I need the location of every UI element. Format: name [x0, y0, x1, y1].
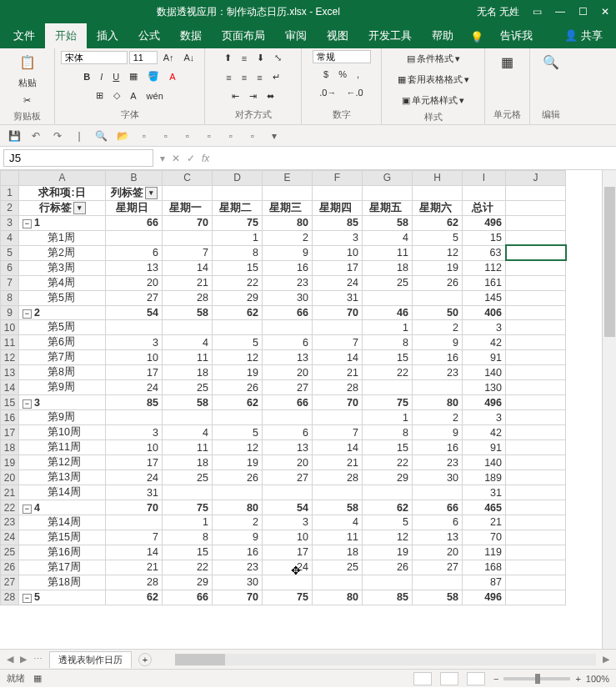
cell[interactable]: 28: [313, 380, 363, 395]
col-header-H[interactable]: H: [413, 171, 463, 186]
cell[interactable]: 496: [463, 395, 506, 410]
borders-icon[interactable]: ⊞: [92, 88, 108, 103]
cell[interactable]: 2: [413, 320, 463, 335]
cell[interactable]: 7: [313, 335, 363, 350]
cell[interactable]: 24: [106, 380, 163, 395]
cell[interactable]: [506, 215, 566, 230]
cell[interactable]: 66: [106, 215, 163, 230]
cell[interactable]: [413, 290, 463, 305]
cell[interactable]: 5: [213, 425, 263, 440]
cell[interactable]: 75: [263, 590, 313, 605]
cell[interactable]: 2: [213, 515, 263, 530]
detail-row[interactable]: 第11周: [19, 440, 106, 455]
cell[interactable]: 58: [313, 500, 363, 515]
cell[interactable]: 17: [313, 260, 363, 275]
cell-style-button[interactable]: ▣ 单元格样式 ▾: [398, 92, 468, 109]
cell[interactable]: 4: [163, 425, 213, 440]
cell[interactable]: [413, 575, 463, 590]
tab-file[interactable]: 文件: [3, 23, 45, 48]
cell[interactable]: 75: [213, 215, 263, 230]
cell[interactable]: 3: [313, 230, 363, 245]
qat-more-icon[interactable]: ▾: [267, 128, 282, 143]
col-header-D[interactable]: D: [213, 171, 263, 186]
cell[interactable]: 16: [413, 440, 463, 455]
cell[interactable]: 168: [463, 560, 506, 575]
cell[interactable]: 20: [413, 545, 463, 560]
cell[interactable]: 15: [363, 440, 413, 455]
cell[interactable]: 66: [413, 500, 463, 515]
cell[interactable]: 85: [106, 395, 163, 410]
indent-dec-icon[interactable]: ⇤: [228, 88, 243, 104]
scroll-right-icon[interactable]: ▶: [603, 654, 609, 665]
detail-row[interactable]: 第14周: [19, 485, 106, 500]
cell[interactable]: 18: [313, 545, 363, 560]
font-color-button[interactable]: A: [165, 69, 179, 84]
cell[interactable]: 58: [163, 305, 213, 320]
cell[interactable]: [363, 485, 413, 500]
cell[interactable]: 16: [263, 260, 313, 275]
cell[interactable]: [506, 320, 566, 335]
cell[interactable]: 15: [463, 230, 506, 245]
cell[interactable]: 62: [106, 590, 163, 605]
cell[interactable]: 12: [413, 245, 463, 260]
cell[interactable]: 22: [163, 560, 213, 575]
cell[interactable]: 31: [313, 290, 363, 305]
lightbulb-icon[interactable]: 💡: [463, 26, 490, 48]
cell[interactable]: [313, 485, 363, 500]
cell[interactable]: 4: [163, 335, 213, 350]
cell[interactable]: 406: [463, 305, 506, 320]
fx-icon[interactable]: fx: [202, 153, 209, 164]
group-row[interactable]: −2: [19, 305, 106, 320]
cell[interactable]: 2: [263, 230, 313, 245]
detail-row[interactable]: 第8周: [19, 365, 106, 380]
cell[interactable]: 70: [313, 395, 363, 410]
cell[interactable]: [363, 575, 413, 590]
row-header[interactable]: 13: [1, 365, 19, 380]
detail-row[interactable]: 第9周: [19, 410, 106, 425]
cell[interactable]: 9: [213, 530, 263, 545]
status-record-icon[interactable]: ▦: [33, 673, 42, 684]
pivot-col-label[interactable]: 列标签▾: [106, 185, 163, 200]
cell[interactable]: 1: [163, 515, 213, 530]
tab-nav-next[interactable]: ▶: [20, 654, 27, 665]
cell[interactable]: 80: [213, 500, 263, 515]
shrink-font-icon[interactable]: A↓: [180, 50, 199, 65]
cell[interactable]: 16: [213, 545, 263, 560]
detail-row[interactable]: 第14周: [19, 515, 106, 530]
align-middle-icon[interactable]: ≡: [238, 51, 251, 66]
cell[interactable]: 161: [463, 275, 506, 290]
cell[interactable]: 70: [463, 530, 506, 545]
row-header[interactable]: 1: [1, 185, 19, 200]
col-header-G[interactable]: G: [363, 171, 413, 186]
tab-formulas[interactable]: 公式: [128, 23, 170, 48]
cell[interactable]: 31: [463, 485, 506, 500]
cancel-formula-icon[interactable]: ✕: [172, 153, 180, 164]
cell[interactable]: 8: [213, 245, 263, 260]
detail-row[interactable]: 第9周: [19, 380, 106, 395]
inc-decimal-icon[interactable]: .0→: [315, 85, 340, 100]
cell[interactable]: 50: [413, 305, 463, 320]
cell[interactable]: 27: [263, 380, 313, 395]
cell[interactable]: [506, 500, 566, 515]
tab-insert[interactable]: 插入: [87, 23, 128, 48]
row-header[interactable]: 14: [1, 380, 19, 395]
zoom-in-button[interactable]: +: [575, 674, 580, 684]
italic-button[interactable]: I: [96, 69, 107, 84]
row-header[interactable]: 26: [1, 560, 19, 575]
cell[interactable]: 7: [163, 245, 213, 260]
detail-row[interactable]: 第12周: [19, 455, 106, 470]
cell[interactable]: 4: [363, 230, 413, 245]
cell[interactable]: 80: [263, 215, 313, 230]
cond-format-button[interactable]: ▤ 条件格式 ▾: [403, 50, 464, 68]
cell[interactable]: 5: [213, 335, 263, 350]
cell[interactable]: 54: [263, 500, 313, 515]
cell[interactable]: [506, 395, 566, 410]
new-sheet-button[interactable]: +: [138, 653, 152, 666]
paste-label[interactable]: 粘贴: [18, 77, 37, 89]
cell[interactable]: 80: [313, 590, 363, 605]
cell[interactable]: 17: [106, 365, 163, 380]
cell[interactable]: 70: [313, 305, 363, 320]
cell[interactable]: 70: [163, 215, 213, 230]
detail-row[interactable]: 第4周: [19, 275, 106, 290]
row-header[interactable]: 8: [1, 290, 19, 305]
